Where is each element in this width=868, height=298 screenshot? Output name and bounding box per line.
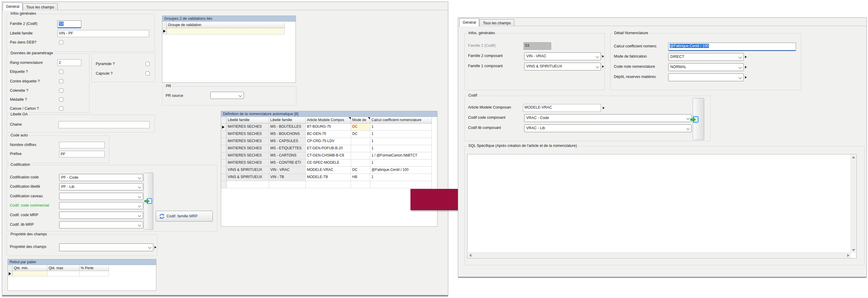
table-cell[interactable] <box>167 28 285 34</box>
table-cell[interactable]: BC-GEN-75 <box>306 131 351 138</box>
table-cell[interactable]: VIN - TB <box>269 174 306 181</box>
table-row[interactable] <box>8 271 109 276</box>
propriete-champs-select[interactable] <box>59 243 153 251</box>
flyout-arrow-icon[interactable] <box>155 246 156 249</box>
column-header[interactable]: Article Modele Compos <box>306 117 351 124</box>
table-cell[interactable]: MATIERES SECHES <box>226 124 269 131</box>
table-cell[interactable]: MS - BOUCHONS <box>269 131 306 138</box>
table-cell[interactable]: MS - CONTRE-ETI <box>269 160 306 167</box>
table-cell[interactable] <box>48 271 80 276</box>
codification-libelle-select[interactable]: PF - Lib <box>59 183 143 190</box>
apply-codif-button[interactable] <box>690 115 700 124</box>
table-cell[interactable]: MATIERES SECHES <box>226 145 269 152</box>
row-selector[interactable] <box>8 271 12 276</box>
column-header[interactable]: Qté. max <box>48 265 80 271</box>
mode-fabrication-select[interactable]: DIRECT <box>668 53 744 61</box>
table-cell[interactable]: 1 <box>370 160 432 167</box>
etiquette-checkbox[interactable] <box>59 70 63 74</box>
table-cell[interactable]: MS - CAPSULES <box>269 138 306 145</box>
contre-etiquette-checkbox[interactable] <box>59 79 63 84</box>
table-cell[interactable]: CP-CRD-75-LDV <box>306 138 351 145</box>
pas-dans-deb-checkbox[interactable] <box>59 40 63 44</box>
apply-codification-button[interactable] <box>144 197 153 205</box>
famille2-input[interactable]: 53 <box>57 21 81 28</box>
codif-code-commercial-select[interactable] <box>59 202 143 209</box>
codif-code-composant-select[interactable]: VRAC - Code <box>524 114 691 122</box>
row-selector[interactable] <box>162 28 167 34</box>
table-cell[interactable]: 1 <box>370 131 432 138</box>
scroll-right-icon[interactable] <box>847 254 849 257</box>
table-cell[interactable] <box>306 181 351 188</box>
codif-code-mrp-select[interactable] <box>59 212 143 219</box>
table-cell[interactable]: VIN - VRAC <box>269 167 306 174</box>
prefixe-input[interactable]: PF <box>59 151 105 157</box>
table-cell[interactable]: MATIERES SECHES <box>226 138 269 145</box>
row-selector[interactable] <box>221 131 226 138</box>
capsule-checkbox[interactable] <box>146 71 150 75</box>
table-cell[interactable]: DC <box>351 124 370 131</box>
row-selector[interactable] <box>221 152 226 160</box>
row-selector[interactable] <box>221 174 226 181</box>
table-row-empty[interactable] <box>221 181 432 188</box>
sql-textarea[interactable] <box>467 154 857 258</box>
table-row[interactable]: MATIERES SECHESMS - BOUTEILLESBT-BOURG-7… <box>221 124 432 131</box>
famille1-composant-select[interactable]: VINS & SPIRITUEUX <box>524 63 601 70</box>
column-header[interactable]: Groupe de validation <box>167 22 285 28</box>
rang-nomenclature-input[interactable]: 2 <box>57 59 81 66</box>
table-cell[interactable]: MS - BOUTEILLES <box>269 124 306 131</box>
table-cell[interactable]: CT-GEN-CHSMB-B-C6 <box>306 152 351 160</box>
codif-lib-composant-select[interactable]: VRAC - Lib <box>524 124 691 132</box>
table-row[interactable]: MATIERES SECHESMS - ETIQUETTESET-GEN-POF… <box>221 145 432 152</box>
table-cell[interactable]: DC <box>351 167 370 174</box>
flyout-arrow-icon[interactable] <box>745 66 747 68</box>
article-modele-input[interactable]: MODELE-VRAC <box>523 104 601 112</box>
code-note-nomenclature-select[interactable]: NORMAL <box>668 63 744 71</box>
table-cell[interactable]: HB <box>351 174 370 181</box>
vertical-scrollbar[interactable] <box>850 155 856 253</box>
row-selector[interactable] <box>221 167 226 174</box>
table-cell[interactable]: 1 <box>370 124 432 131</box>
medaille-checkbox[interactable] <box>59 97 63 102</box>
table-cell[interactable] <box>351 145 370 152</box>
scroll-up-icon[interactable] <box>852 156 855 158</box>
table-cell[interactable]: MODELE-VRAC <box>306 167 351 174</box>
scroll-down-icon[interactable] <box>852 249 855 251</box>
caisse-carton-checkbox[interactable] <box>59 106 63 111</box>
table-cell[interactable]: 1 / @FormatCarton.NbBTCT <box>370 152 432 160</box>
codif-lib-mrp-select[interactable] <box>59 221 143 228</box>
tab-tous-les-champs[interactable]: Tous les champs <box>23 3 57 10</box>
row-selector[interactable] <box>221 181 226 188</box>
table-cell[interactable] <box>226 181 269 188</box>
table-cell[interactable] <box>80 271 109 276</box>
table-row[interactable]: VINS & SPIRITUEUXVIN - TBMODELE-TBHB1 <box>221 174 432 181</box>
column-header[interactable]: % Perte <box>80 265 109 271</box>
column-header[interactable]: Libellé famille <box>226 117 269 124</box>
table-cell[interactable]: 1 <box>370 138 432 145</box>
tab-tous-les-champs[interactable]: Tous les champs <box>479 19 514 26</box>
table-cell[interactable] <box>269 181 306 188</box>
horizontal-scrollbar[interactable] <box>468 253 851 258</box>
tab-general[interactable]: Général <box>459 18 479 26</box>
table-row[interactable] <box>162 28 285 34</box>
famille2-composant-select[interactable]: VIN - VRAC <box>524 53 601 60</box>
column-header[interactable]: Qté. min. <box>12 265 48 271</box>
chaine-input[interactable] <box>59 121 150 128</box>
row-selector[interactable] <box>221 160 226 167</box>
nombre-chiffres-input[interactable] <box>59 142 105 148</box>
column-header[interactable]: Libellé famille <box>269 117 306 124</box>
pyramide-checkbox[interactable] <box>146 62 150 66</box>
tab-general[interactable]: Général <box>3 2 23 10</box>
table-cell[interactable]: MS - CARTONS <box>269 152 306 160</box>
column-header[interactable]: Calcul coefficient nomenclature <box>370 117 432 124</box>
table-cell[interactable] <box>351 181 370 188</box>
depot-reserves-select[interactable] <box>668 73 744 81</box>
calcul-coefficient-input[interactable]: @Fabrique.Centil / 100 <box>668 42 796 51</box>
table-cell[interactable]: 1 <box>370 145 432 152</box>
flyout-arrow-icon[interactable] <box>602 65 604 68</box>
flyout-arrow-icon[interactable] <box>602 55 604 58</box>
table-cell[interactable]: MATIERES SECHES <box>226 152 269 160</box>
table-cell[interactable]: VINS & SPIRITUEUX <box>226 174 269 181</box>
table-cell[interactable]: MS - ETIQUETTES <box>269 145 306 152</box>
pr-source-select[interactable] <box>210 92 244 99</box>
table-cell[interactable] <box>12 271 48 276</box>
